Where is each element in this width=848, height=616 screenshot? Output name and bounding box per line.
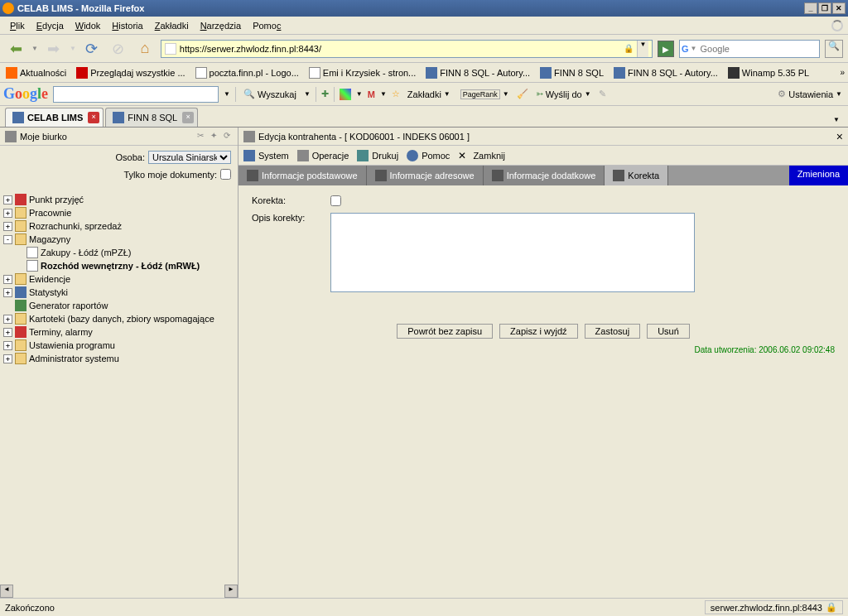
menu-file[interactable]: Plik <box>5 19 30 32</box>
tool-icon[interactable]: ✦ <box>208 131 219 142</box>
tab-basic-info[interactable]: Informacje podstawowe <box>238 166 367 185</box>
blocks-icon[interactable] <box>340 89 351 100</box>
expand-icon[interactable]: + <box>3 315 12 324</box>
clear-icon[interactable]: 🧹 <box>517 89 528 99</box>
plus-icon[interactable]: ✚ <box>321 89 329 99</box>
bookmark-item[interactable]: poczta.finn.pl - Logo... <box>193 66 301 79</box>
tree-item[interactable]: +Pracownie <box>2 206 236 219</box>
menu-edit[interactable]: Edycja <box>31 19 69 32</box>
google-bookmarks[interactable]: Zakładki▼ <box>405 89 453 99</box>
search-button[interactable]: 🔍 <box>825 40 843 58</box>
tab-close-button[interactable]: × <box>88 112 99 123</box>
collapse-icon[interactable]: - <box>3 235 12 244</box>
expand-icon[interactable]: + <box>3 354 12 363</box>
tree-item[interactable]: +Terminy, alarmy <box>2 325 236 339</box>
bookmark-item[interactable]: FINN 8 SQL <box>537 66 606 79</box>
url-bar[interactable]: https://serwer.zhwlodz.finn.pl:8443/ 🔒 ▼ <box>161 40 653 58</box>
arrow-icon: ➳ <box>536 89 543 99</box>
tree-item[interactable]: +Ustawienia programu <box>2 339 236 352</box>
bookmarks-overflow[interactable]: » <box>840 68 845 77</box>
expand-icon[interactable]: + <box>3 222 12 231</box>
save-button[interactable]: Zapisz i wyjdź <box>499 324 577 339</box>
menu-history[interactable]: Historia <box>107 19 147 32</box>
search-input[interactable] <box>696 44 819 54</box>
browser-tab[interactable]: FINN 8 SQL × <box>105 108 198 127</box>
google-search-button[interactable]: 🔍Wyszukaj <box>241 89 299 99</box>
doc-icon <box>26 260 38 272</box>
close-button[interactable]: ✕Zamknij <box>458 150 505 161</box>
osoba-select[interactable]: Urszula Siniarska <box>148 151 231 164</box>
site-icon <box>165 43 176 55</box>
expand-icon[interactable]: + <box>3 341 12 350</box>
tree-scrollbar[interactable]: ◄ ► <box>0 585 238 598</box>
delete-button[interactable]: Usuń <box>647 324 690 339</box>
menu-help[interactable]: Pomoc <box>248 19 286 32</box>
return-button[interactable]: Powrót bez zapisu <box>397 324 493 339</box>
back-button[interactable]: ⬅ <box>5 38 26 60</box>
stop-button[interactable]: ⊘ <box>108 38 129 60</box>
go-button[interactable]: ▶ <box>658 41 674 57</box>
tabs-dropdown[interactable]: ▼ <box>830 113 843 127</box>
help-button[interactable]: Pomoc <box>407 150 450 161</box>
additional-icon <box>492 170 504 181</box>
tab-additional-info[interactable]: Informacje dodatkowe <box>484 166 605 185</box>
tree-item-active[interactable]: Rozchód wewnętrzny - Łódź (mRWŁ) <box>2 259 236 272</box>
expand-icon[interactable]: + <box>3 328 12 337</box>
tree-item[interactable]: -Magazyny <box>2 233 236 246</box>
url-dropdown[interactable]: ▼ <box>637 41 648 57</box>
tool-icon[interactable]: ✂ <box>195 131 206 142</box>
home-button[interactable]: ⌂ <box>134 38 156 60</box>
opis-textarea[interactable] <box>330 213 695 292</box>
reload-button[interactable]: ⟳ <box>81 38 103 60</box>
expand-icon[interactable]: + <box>3 209 12 218</box>
browser-tab[interactable]: CELAB LIMS × <box>5 108 104 127</box>
close-window-button[interactable]: ✕ <box>832 2 846 14</box>
search-box[interactable]: G▼ <box>679 40 820 58</box>
bookmark-item[interactable]: Przeglądaj wszystkie ... <box>74 66 187 79</box>
star-icon[interactable]: ☆ <box>392 89 400 99</box>
pagerank[interactable]: PageRank▼ <box>458 89 512 99</box>
tab-correction[interactable]: Korekta <box>605 166 668 185</box>
restore-button[interactable]: ❐ <box>818 2 831 14</box>
bookmark-item[interactable]: Winamp 5.35 PL <box>725 66 812 79</box>
google-search-input[interactable] <box>53 86 219 103</box>
operations-button[interactable]: Operacje <box>297 150 349 161</box>
scroll-right[interactable]: ► <box>224 585 238 598</box>
scroll-left[interactable]: ◄ <box>0 585 13 598</box>
bookmark-item[interactable]: Aktualności <box>3 66 69 79</box>
bookmark-item[interactable]: FINN 8 SQL - Autory... <box>611 66 720 79</box>
bookmark-item[interactable]: Emi i Krzysiek - stron... <box>306 66 418 79</box>
tree-item[interactable]: +Punkt przyjęć <box>2 193 236 206</box>
tree-item[interactable]: Generator raportów <box>2 299 236 312</box>
forward-button[interactable]: ➡ <box>43 38 65 60</box>
docs-checkbox[interactable] <box>220 169 231 180</box>
system-button[interactable]: System <box>243 150 289 161</box>
gmail-icon[interactable]: M <box>368 89 375 99</box>
print-button[interactable]: Drukuj <box>357 150 398 161</box>
expand-icon[interactable]: + <box>3 195 12 205</box>
tab-address-info[interactable]: Informacje adresowe <box>367 166 484 185</box>
tree-item[interactable]: +Rozrachunki, sprzedaż <box>2 219 236 233</box>
panel-close[interactable]: × <box>836 130 843 143</box>
send-to[interactable]: ➳Wyślij do▼ <box>533 89 594 99</box>
highlight-icon[interactable]: ✎ <box>599 89 606 99</box>
tree-item[interactable]: +Statystyki <box>2 286 236 299</box>
tree-item[interactable]: +Kartoteki (bazy danych, zbiory wspomaga… <box>2 312 236 325</box>
bookmark-item[interactable]: FINN 8 SQL - Autory... <box>423 66 532 79</box>
tree-item[interactable]: +Administrator systemu <box>2 352 236 365</box>
tree-item[interactable]: Zakupy - Łódź (mPZŁ) <box>2 246 236 259</box>
expand-icon[interactable]: + <box>3 288 12 297</box>
tree-item[interactable]: +Ewidencje <box>2 272 236 286</box>
menu-view[interactable]: Widok <box>70 19 106 32</box>
apply-button[interactable]: Zastosuj <box>585 324 641 339</box>
google-settings[interactable]: ⚙Ustawienia▼ <box>775 89 845 99</box>
tool-icon[interactable]: ⟳ <box>221 131 233 142</box>
menu-tools[interactable]: Narzędzia <box>195 19 247 32</box>
tab-close-button[interactable]: × <box>182 112 194 123</box>
edit-icon <box>243 131 255 142</box>
system-icon <box>243 150 255 161</box>
expand-icon[interactable]: + <box>3 275 12 284</box>
minimize-button[interactable]: _ <box>804 2 817 14</box>
menu-bookmarks[interactable]: Zakładki <box>150 19 194 32</box>
korekta-checkbox[interactable] <box>330 195 341 206</box>
